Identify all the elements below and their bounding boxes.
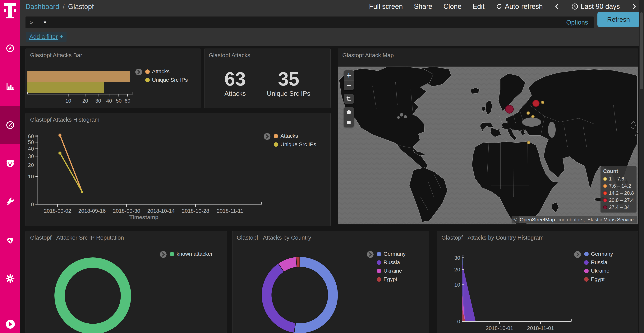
legend: GermanyRussiaUkraineEgypt (367, 251, 406, 282)
fullscreen-button[interactable]: Full screen (369, 3, 403, 11)
scrollbar[interactable] (639, 0, 644, 333)
legend-label: Germany (384, 251, 406, 257)
auto-refresh-button[interactable]: Auto-refresh (496, 3, 543, 11)
sidebar-item-dashboard[interactable] (0, 106, 20, 144)
osm-link[interactable]: OpenStreetMap (519, 216, 556, 223)
attacks-histogram-chart[interactable]: 01020304050602018-09-022018-09-162018-09… (26, 113, 330, 226)
legend-item[interactable]: Ukraine (584, 268, 613, 274)
map-zoom-out-button[interactable]: − (344, 80, 354, 90)
plus-icon: + (60, 33, 63, 40)
ip-reputation-donut[interactable] (26, 231, 227, 333)
query-input[interactable]: >_ * Options (26, 17, 594, 28)
svg-text:Timestamp: Timestamp (130, 214, 159, 220)
metric: 35Unique Src IPs (267, 69, 310, 97)
legend-item[interactable]: Unique Src IPs (274, 141, 316, 148)
attack-location-point[interactable] (533, 100, 539, 107)
world-map[interactable]: +− Count 1 – 7.67.6 – 14.214.2 – 20.820.… (338, 67, 638, 224)
map-zoom-in-button[interactable]: + (344, 70, 354, 80)
sidebar-expand-button[interactable] (5, 319, 16, 329)
svg-text:2018-10-28: 2018-10-28 (182, 208, 209, 214)
legend-item[interactable]: Egypt (377, 276, 406, 282)
legend: AttacksUnique Src IPs (264, 133, 316, 148)
time-prev-button[interactable] (554, 3, 560, 10)
map-legend-item: 14.2 – 20.8 (603, 190, 634, 196)
breadcrumb-dashboard-link[interactable]: Dashboard (26, 3, 59, 11)
attack-location-point[interactable] (506, 105, 514, 113)
legend-item[interactable]: Attacks (274, 133, 316, 139)
legend-toggle-button[interactable] (135, 69, 142, 76)
panel-title: Glastopf Attacks (209, 52, 250, 59)
top-navigation: Full screen Share Clone Edit Auto-refres… (369, 2, 637, 12)
svg-text:50: 50 (28, 139, 34, 145)
svg-text:30: 30 (95, 98, 101, 104)
svg-text:30: 30 (28, 153, 34, 159)
map-draw-polygon-button[interactable] (344, 107, 354, 117)
legend-item[interactable]: Germany (377, 251, 406, 257)
legend-color-dot (274, 142, 278, 147)
map-legend-dot (603, 191, 607, 195)
share-button[interactable]: Share (414, 3, 432, 11)
legend-color-dot (377, 252, 381, 256)
attack-location-point[interactable] (541, 101, 544, 104)
sidebar-item-timelion[interactable] (0, 144, 20, 183)
telekom-logo[interactable] (3, 2, 17, 20)
map-legend-item: 7.6 – 14.2 (603, 183, 634, 189)
attack-location-point[interactable] (527, 141, 530, 144)
legend-color-dot (584, 260, 588, 265)
attack-location-point[interactable] (527, 112, 530, 114)
chevron-left-icon (554, 3, 560, 10)
ems-link[interactable]: Elastic Maps Service (586, 216, 635, 223)
panel-attacks-bar: Glastopf Attacks Bar 102030405060 Attack… (26, 49, 200, 108)
svg-text:2018-10-14: 2018-10-14 (147, 208, 174, 214)
legend-item[interactable]: Ukraine (377, 268, 406, 274)
attack-location-point[interactable] (532, 115, 534, 118)
sidebar-item-dev-tools[interactable] (0, 183, 20, 221)
sidebar-item-visualize[interactable] (0, 68, 20, 106)
map-controls: +− (344, 70, 354, 131)
legend-item[interactable]: Russia (377, 259, 406, 265)
legend-item[interactable]: Germany (584, 251, 613, 257)
edit-button[interactable]: Edit (473, 3, 484, 11)
legend-toggle-button[interactable] (574, 251, 581, 259)
legend-label: Egypt (384, 276, 397, 282)
expand-icon (5, 319, 16, 329)
top-chrome: Dashboard / Glastopf Full screen Share C… (20, 0, 644, 29)
map-draw-rectangle-button[interactable] (344, 117, 354, 127)
legend-toggle-button[interactable] (367, 251, 374, 259)
legend-label: Russia (384, 259, 400, 265)
sidebar-item-monitoring[interactable] (0, 221, 20, 259)
chevron-right-circle-icon (367, 251, 374, 258)
query-options-link[interactable]: Options (566, 19, 588, 26)
svg-text:2018-11-01: 2018-11-01 (527, 325, 554, 331)
map-crop-button[interactable] (344, 94, 354, 104)
rectangle-icon (346, 120, 352, 125)
heartbeat-icon (5, 235, 15, 245)
svg-text:0: 0 (31, 201, 34, 207)
legend-label: Attacks (152, 69, 170, 75)
legend-color-dot (145, 70, 150, 74)
clone-button[interactable]: Clone (444, 3, 462, 11)
time-picker-button[interactable]: Last 90 days (571, 3, 620, 11)
legend-label: Unique Src IPs (280, 141, 316, 148)
legend-item[interactable]: known attacker (170, 251, 212, 257)
legend-label: Egypt (591, 276, 605, 282)
chevron-right-icon (631, 3, 637, 10)
legend-item[interactable]: Attacks (145, 69, 188, 75)
refresh-button[interactable]: Refresh (598, 12, 640, 27)
sidebar (0, 0, 20, 333)
time-next-button[interactable] (631, 3, 637, 10)
map-attribution: © OpenStreetMap contributors, Elastic Ma… (512, 216, 637, 223)
query-value: * (44, 19, 46, 28)
legend-color-dot (584, 252, 588, 256)
legend-item[interactable]: Unique Src IPs (145, 77, 188, 83)
legend-toggle-button[interactable] (160, 251, 167, 259)
scrollbar-thumb[interactable] (640, 12, 643, 89)
sidebar-item-discover[interactable] (0, 29, 20, 68)
legend-item[interactable]: Egypt (584, 276, 613, 282)
sidebar-item-management[interactable] (0, 259, 20, 298)
add-filter-button[interactable]: Add a filter+ (26, 32, 66, 42)
legend-item[interactable]: Russia (584, 259, 613, 265)
metric-label: Attacks (224, 90, 246, 97)
legend-toggle-button[interactable] (264, 133, 271, 141)
map-legend-dot (603, 177, 607, 181)
